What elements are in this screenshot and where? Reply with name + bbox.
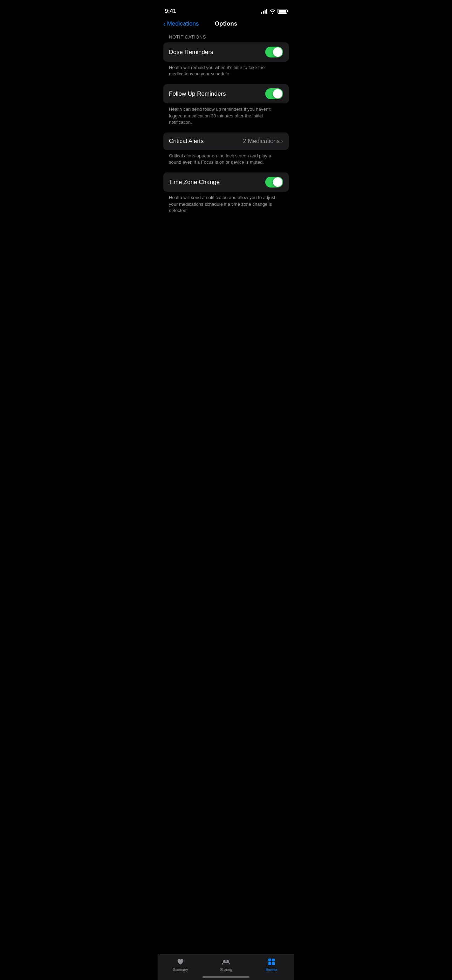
- dose-reminders-label: Dose Reminders: [169, 49, 213, 56]
- status-time: 9:41: [165, 8, 176, 15]
- toggle-thumb: [273, 177, 282, 187]
- toggle-thumb: [273, 47, 282, 57]
- critical-alerts-label: Critical Alerts: [169, 138, 204, 145]
- signal-icon: [261, 9, 267, 14]
- follow-up-reminders-label: Follow Up Reminders: [169, 91, 226, 97]
- status-bar: 9:41: [158, 0, 294, 18]
- notifications-section-label: NOTIFICATIONS: [163, 34, 289, 40]
- back-chevron-icon: ‹: [163, 20, 166, 27]
- dose-reminders-description: Health will remind you when it's time to…: [163, 62, 289, 81]
- wifi-icon: [269, 9, 275, 14]
- battery-icon: [277, 9, 287, 14]
- time-zone-change-label: Time Zone Change: [169, 179, 220, 186]
- main-content: NOTIFICATIONS Dose Reminders Health will…: [158, 32, 294, 256]
- back-button[interactable]: ‹ Medications: [163, 20, 199, 27]
- critical-alerts-value: 2 Medications: [243, 138, 280, 145]
- follow-up-reminders-description: Health can send follow up reminders if y…: [163, 104, 289, 130]
- toggle-thumb: [273, 89, 282, 99]
- critical-alerts-value-group: 2 Medications ›: [243, 138, 283, 145]
- critical-alerts-chevron-icon: ›: [281, 138, 283, 145]
- critical-alerts-row[interactable]: Critical Alerts 2 Medications ›: [163, 132, 289, 150]
- back-label: Medications: [167, 20, 199, 27]
- status-icons: [261, 9, 287, 14]
- nav-bar: ‹ Medications Options: [158, 18, 294, 32]
- follow-up-reminders-row: Follow Up Reminders: [163, 84, 289, 103]
- time-zone-change-description: Health will send a notification and allo…: [163, 192, 289, 218]
- time-zone-change-toggle[interactable]: [265, 177, 283, 188]
- follow-up-reminders-toggle[interactable]: [265, 88, 283, 99]
- page-title: Options: [215, 20, 237, 27]
- time-zone-change-row: Time Zone Change: [163, 172, 289, 192]
- dose-reminders-toggle[interactable]: [265, 47, 283, 57]
- critical-alerts-description: Critical alerts appear on the lock scree…: [163, 151, 289, 170]
- dose-reminders-row: Dose Reminders: [163, 42, 289, 62]
